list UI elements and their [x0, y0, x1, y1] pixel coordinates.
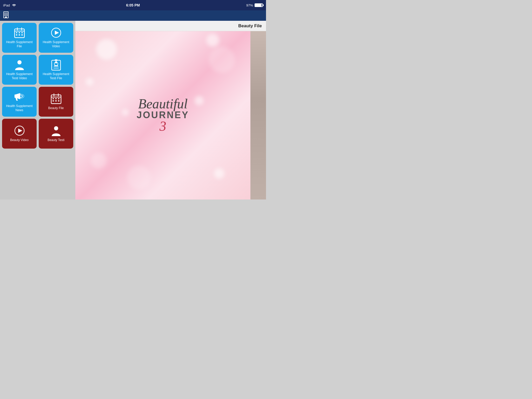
svg-rect-25	[18, 66, 21, 67]
book-title-number: 3	[159, 118, 166, 134]
tile-beauty-testi[interactable]: Beauty Testi	[39, 119, 73, 149]
play-circle-dark-icon	[14, 125, 25, 136]
id-card-icon	[51, 59, 62, 70]
tile-health-supplement-testi-file-label: Health Supplement Testi File	[41, 72, 71, 80]
svg-point-24	[17, 60, 22, 64]
right-header: Beauty File	[75, 21, 266, 31]
svg-rect-6	[6, 14, 6, 15]
svg-rect-32	[51, 95, 61, 104]
calendar-icon	[14, 27, 25, 38]
svg-rect-4	[7, 13, 8, 14]
tile-beauty-testi-label: Beauty Testi	[48, 138, 64, 142]
person-icon	[14, 59, 25, 70]
svg-rect-39	[52, 100, 54, 101]
svg-rect-18	[21, 32, 23, 33]
status-right: 97%	[246, 3, 263, 7]
tile-health-supplement-video-label: Health Supplement Video	[41, 40, 71, 48]
play-circle-icon	[51, 27, 62, 38]
tile-beauty-video-label: Beauty Video	[10, 138, 29, 142]
wifi-icon	[12, 3, 16, 7]
svg-rect-10	[7, 15, 8, 16]
status-time: 6:05 PM	[126, 3, 140, 7]
bokeh-8	[122, 109, 129, 116]
svg-rect-5	[4, 14, 5, 15]
svg-rect-17	[18, 32, 20, 33]
main-layout: Health Supplement File Health Supplement…	[0, 21, 266, 200]
status-bar: iPad 6:05 PM 97%	[0, 0, 266, 10]
menu-grid: Health Supplement File Health Supplement…	[2, 23, 73, 149]
tile-health-supplement-video[interactable]: Health Supplement Video	[39, 23, 73, 53]
svg-rect-7	[7, 14, 8, 15]
svg-point-0	[14, 6, 15, 6]
tile-health-supplement-testi-video-label: Health Supplement Testi Video	[4, 72, 35, 80]
svg-point-28	[55, 61, 57, 63]
building-icon	[3, 11, 9, 20]
bokeh-1	[96, 39, 117, 60]
right-content: Beautiful JOURNEY 3	[75, 31, 266, 200]
svg-marker-43	[18, 129, 22, 133]
bokeh-7	[127, 166, 151, 189]
svg-rect-37	[55, 98, 56, 99]
svg-rect-21	[21, 34, 23, 35]
svg-rect-38	[58, 98, 59, 99]
bokeh-6	[214, 168, 224, 179]
carrier-label: iPad	[3, 3, 10, 7]
calendar-dark-icon	[51, 93, 62, 104]
svg-marker-23	[55, 31, 59, 35]
svg-rect-36	[52, 98, 54, 99]
bokeh-5	[91, 153, 107, 168]
book-title-group: Beautiful JOURNEY 3	[137, 97, 189, 134]
tile-beauty-file[interactable]: Beauty File	[39, 87, 73, 117]
tile-health-supplement-file[interactable]: Health Supplement File	[2, 23, 37, 53]
app-header	[0, 10, 266, 21]
book-cover[interactable]: Beautiful JOURNEY 3	[75, 31, 250, 200]
svg-rect-16	[16, 32, 17, 33]
status-left: iPad	[3, 3, 16, 7]
bokeh-4	[86, 78, 94, 86]
side-image	[250, 31, 266, 200]
svg-rect-8	[4, 15, 5, 16]
left-panel: Health Supplement File Health Supplement…	[0, 21, 75, 200]
svg-rect-41	[58, 100, 59, 101]
megaphone-icon	[14, 91, 25, 102]
tile-beauty-file-label: Beauty File	[48, 106, 64, 110]
tile-health-supplement-testi-file[interactable]: Health Supplement Testi File	[39, 55, 73, 85]
svg-point-44	[54, 126, 58, 130]
book-title-script: Beautiful	[138, 97, 188, 111]
svg-rect-2	[4, 13, 5, 14]
side-strip	[250, 31, 266, 200]
bokeh-2	[206, 34, 219, 47]
battery-icon	[255, 3, 263, 7]
tile-health-supplement-file-label: Health Supplement File	[4, 40, 35, 48]
tile-beauty-video[interactable]: Beauty Video	[2, 119, 37, 149]
svg-rect-40	[55, 100, 56, 101]
svg-rect-20	[18, 34, 20, 35]
svg-rect-11	[5, 17, 7, 18]
right-panel: Beauty File Beautiful JOURNEY 3	[75, 21, 266, 200]
bokeh-9	[195, 96, 204, 105]
battery-percent: 97%	[246, 3, 253, 7]
bokeh-3	[209, 47, 235, 73]
svg-rect-31	[14, 95, 16, 98]
right-panel-title: Beauty File	[238, 23, 262, 29]
tile-health-supplement-news[interactable]: Health Supplement News	[2, 87, 37, 117]
svg-rect-19	[16, 34, 17, 35]
svg-rect-3	[6, 13, 6, 14]
tile-health-supplement-testi-video[interactable]: Health Supplement Testi Video	[2, 55, 37, 85]
tile-health-supplement-news-label: Health Supplement News	[4, 104, 35, 112]
person-dark-icon	[51, 125, 62, 136]
svg-rect-9	[6, 15, 6, 16]
